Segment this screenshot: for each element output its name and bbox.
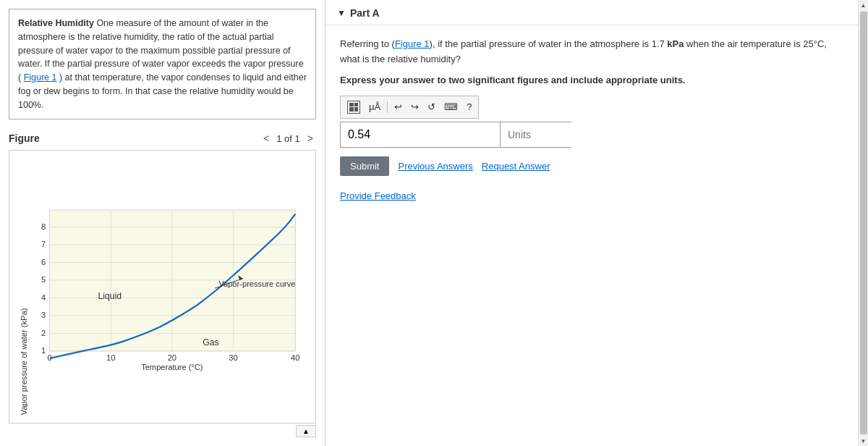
- svg-text:Temperature (°C): Temperature (°C): [141, 363, 203, 371]
- toolbar-separator: [387, 101, 388, 113]
- svg-text:20: 20: [168, 354, 176, 363]
- svg-text:2: 2: [41, 329, 46, 337]
- action-row: Submit Previous Answers Request Answer: [340, 156, 843, 176]
- previous-answers-link[interactable]: Previous Answers: [398, 161, 472, 172]
- figure-section: Figure < 1 of 1 >: [0, 128, 325, 446]
- help-icon: ?: [467, 101, 472, 112]
- svg-text:3: 3: [41, 311, 46, 320]
- refresh-icon: ↺: [427, 101, 435, 112]
- chart-container: 1 2 3 4 5 6 7 8 0 10 20 30 40 Temperatur…: [9, 150, 316, 424]
- figure-header: Figure < 1 of 1 >: [9, 128, 316, 146]
- refresh-button[interactable]: ↺: [425, 100, 438, 114]
- mu-icon: μÅ: [369, 101, 380, 112]
- info-body-2: ) at that temperature, the vapor condens…: [18, 72, 307, 110]
- svg-text:Vapor pressure of water (kPa): Vapor pressure of water (kPa): [20, 308, 28, 416]
- part-content: Referring to (Figure 1), if the partial …: [326, 25, 858, 213]
- svg-text:8: 8: [41, 222, 46, 231]
- info-box: Relative Humidity One measure of the amo…: [9, 9, 316, 119]
- grid-icon-button[interactable]: [345, 99, 362, 115]
- mu-button[interactable]: μÅ: [367, 100, 383, 114]
- right-scrollbar: ▲ ▼: [858, 0, 868, 446]
- question-text: Referring to (Figure 1), if the partial …: [340, 37, 843, 67]
- chart-scroll-up[interactable]: ▲: [296, 425, 316, 437]
- keyboard-icon: ⌨: [444, 101, 458, 112]
- answer-toolbar: μÅ ↩ ↪ ↺ ⌨ ?: [340, 96, 479, 119]
- svg-text:Gas: Gas: [203, 337, 218, 348]
- figure-nav-text: 1 of 1: [276, 133, 300, 144]
- undo-button[interactable]: ↩: [392, 100, 404, 114]
- svg-text:4: 4: [41, 293, 46, 302]
- answer-value-input[interactable]: [341, 122, 501, 147]
- svg-text:Liquid: Liquid: [98, 291, 122, 301]
- answer-fields: [340, 122, 571, 148]
- right-panel: ▼ Part A Referring to (Figure 1), if the…: [326, 0, 858, 446]
- figure1-link-info[interactable]: Figure 1: [24, 72, 57, 83]
- undo-icon: ↩: [394, 101, 402, 112]
- request-answer-link[interactable]: Request Answer: [482, 161, 550, 172]
- figure-nav: < 1 of 1 >: [260, 131, 316, 146]
- svg-text:1: 1: [41, 347, 46, 355]
- answer-units-input[interactable]: [501, 122, 642, 147]
- provide-feedback-link[interactable]: Provide Feedback: [340, 190, 416, 201]
- svg-text:40: 40: [291, 354, 299, 363]
- scroll-down-arrow[interactable]: ▼: [859, 436, 869, 446]
- right-panel-area: ▼ Part A Referring to (Figure 1), if the…: [326, 0, 868, 446]
- svg-text:30: 30: [229, 354, 237, 363]
- figure1-link-question[interactable]: Figure 1: [395, 38, 430, 49]
- part-title: Part A: [350, 7, 380, 19]
- part-header: ▼ Part A: [326, 0, 858, 25]
- part-collapse-arrow[interactable]: ▼: [337, 8, 346, 18]
- svg-text:6: 6: [41, 258, 46, 266]
- help-button[interactable]: ?: [464, 100, 474, 114]
- figure-prev-button[interactable]: <: [260, 131, 272, 146]
- svg-text:7: 7: [41, 240, 46, 249]
- svg-text:Vapor-pressure curve: Vapor-pressure curve: [218, 279, 295, 288]
- info-title: Relative Humidity: [18, 18, 94, 28]
- submit-button[interactable]: Submit: [340, 156, 389, 176]
- svg-text:10: 10: [106, 354, 115, 363]
- redo-icon: ↪: [411, 101, 419, 112]
- figure-label: Figure: [9, 132, 40, 144]
- figure-next-button[interactable]: >: [305, 131, 316, 146]
- keyboard-button[interactable]: ⌨: [442, 100, 460, 114]
- scroll-up-arrow[interactable]: ▲: [859, 0, 869, 10]
- scroll-thumb[interactable]: [860, 12, 867, 434]
- svg-text:5: 5: [41, 276, 46, 285]
- left-panel: Relative Humidity One measure of the amo…: [0, 0, 326, 446]
- chart-svg: 1 2 3 4 5 6 7 8 0 10 20 30 40 Temperatur…: [9, 151, 315, 423]
- grid-icon: [347, 101, 360, 114]
- redo-button[interactable]: ↪: [409, 100, 421, 114]
- instruction-text: Express your answer to two significant f…: [340, 75, 843, 85]
